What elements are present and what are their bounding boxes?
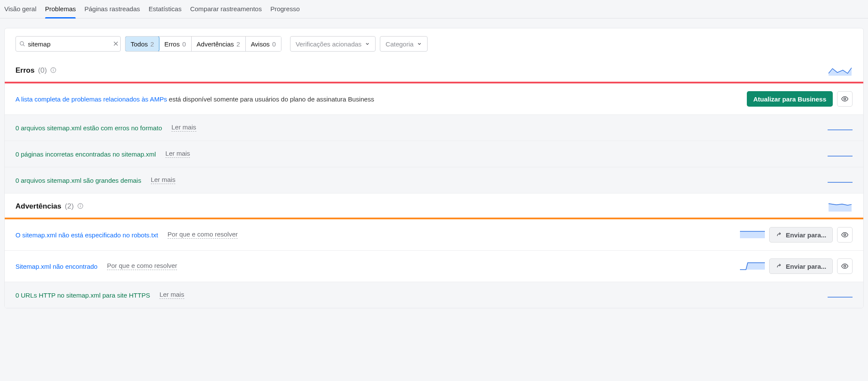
select-triggered-label: Verificações acionadas <box>296 40 361 48</box>
upgrade-business-button[interactable]: Atualizar para Business <box>747 91 833 107</box>
sparkline <box>828 175 853 185</box>
issue-title: 0 arquivos sitemap.xml estão com erros n… <box>15 124 162 132</box>
search-input[interactable] <box>25 37 112 51</box>
sparkline <box>828 149 853 159</box>
row-warning-sitemap-not-in-robots: O sitemap.xml não está especificado no r… <box>5 219 863 251</box>
tab-compare-crawls[interactable]: Comparar rastreamentos <box>190 0 262 18</box>
read-more-link[interactable]: Ler mais <box>159 291 184 299</box>
sparkline <box>740 261 765 271</box>
eye-icon <box>841 231 849 239</box>
severity-filter: Todos 2 Erros 0 Advertências 2 Avisos 0 <box>125 36 281 52</box>
section-errors-sparkline <box>828 65 853 76</box>
sparkline <box>828 123 853 133</box>
svg-point-18 <box>844 234 846 236</box>
amp-issues-link[interactable]: A lista completa de problemas relacionad… <box>15 95 167 103</box>
read-more-link[interactable]: Ler mais <box>165 150 190 158</box>
issues-panel: Todos 2 Erros 0 Advertências 2 Avisos 0 … <box>4 28 864 308</box>
svg-point-0 <box>20 42 24 45</box>
select-category-label: Categoria <box>385 40 413 48</box>
share-arrow-icon <box>776 263 782 270</box>
sparkline <box>828 290 853 300</box>
issue-title: 0 arquivos sitemap.xml são grandes demai… <box>15 177 141 184</box>
row-error-incorrect-pages: 0 páginas incorretas encontradas no site… <box>5 141 863 167</box>
filter-notices-label: Avisos <box>251 40 270 48</box>
tab-overview[interactable]: Visão geral <box>4 0 37 18</box>
hide-issue-button[interactable] <box>837 91 853 107</box>
svg-point-6 <box>53 69 54 69</box>
svg-marker-19 <box>740 263 765 270</box>
issue-title-link[interactable]: O sitemap.xml não está especificado no r… <box>15 231 158 239</box>
read-more-link[interactable]: Ler mais <box>171 124 196 132</box>
read-more-link[interactable]: Ler mais <box>151 176 176 184</box>
filter-errors-label: Erros <box>164 40 180 48</box>
select-triggered-checks[interactable]: Verificações acionadas <box>290 36 376 52</box>
tab-progress[interactable]: Progresso <box>270 0 300 18</box>
filter-errors-count: 0 <box>182 40 186 48</box>
hide-issue-button[interactable] <box>837 258 853 274</box>
filter-warnings-count: 2 <box>236 40 240 48</box>
tab-problems[interactable]: Problemas <box>45 0 76 18</box>
eye-icon <box>841 95 849 103</box>
clear-search-icon[interactable] <box>112 40 119 48</box>
row-warning-http-urls-in-https-sitemap: 0 URLs HTTP no sitemap.xml para site HTT… <box>5 282 863 308</box>
tab-crawled-pages[interactable]: Páginas rastreadas <box>84 0 140 18</box>
search-field-wrap[interactable] <box>15 36 121 52</box>
svg-point-8 <box>844 98 846 100</box>
info-icon[interactable] <box>77 203 83 210</box>
filter-warnings[interactable]: Advertências 2 <box>192 37 246 51</box>
svg-line-1 <box>23 45 25 46</box>
send-to-button[interactable]: Enviar para... <box>769 258 833 274</box>
chevron-down-icon <box>365 41 370 46</box>
filter-warnings-label: Advertências <box>197 40 234 48</box>
issue-title: 0 URLs HTTP no sitemap.xml para site HTT… <box>15 292 150 299</box>
filter-all[interactable]: Todos 2 <box>125 36 159 52</box>
row-error-sitemap-too-large: 0 arquivos sitemap.xml são grandes demai… <box>5 167 863 194</box>
amp-issues-rest: está disponível somente para usuários do… <box>167 95 374 103</box>
row-amp-upsell: A lista completa de problemas relacionad… <box>5 83 863 115</box>
svg-rect-16 <box>740 231 765 238</box>
row-warning-sitemap-not-found: Sitemap.xml não encontrado Por que e com… <box>5 251 863 282</box>
section-header-errors: Erros (0) <box>5 58 863 82</box>
share-arrow-icon <box>776 231 782 238</box>
hide-issue-button[interactable] <box>837 227 853 243</box>
section-header-warnings: Advertências (2) <box>5 194 863 218</box>
filter-notices-count: 0 <box>272 40 276 48</box>
main-tabs: Visão geral Problemas Páginas rastreadas… <box>0 0 868 18</box>
info-icon[interactable] <box>50 67 56 74</box>
section-warnings-sparkline <box>828 201 853 212</box>
eye-icon <box>841 262 849 270</box>
issue-title-link[interactable]: Sitemap.xml não encontrado <box>15 263 98 270</box>
send-to-button[interactable]: Enviar para... <box>769 227 833 243</box>
tab-statistics[interactable]: Estatísticas <box>149 0 182 18</box>
section-title-errors: Erros <box>15 66 34 75</box>
section-count-warnings: (2) <box>65 202 74 211</box>
svg-point-20 <box>844 265 846 267</box>
select-category[interactable]: Categoria <box>380 36 428 52</box>
row-error-sitemap-format: 0 arquivos sitemap.xml estão com erros n… <box>5 115 863 141</box>
filter-notices[interactable]: Avisos 0 <box>246 37 281 51</box>
why-how-link[interactable]: Por que e como resolver <box>107 262 177 270</box>
svg-point-14 <box>80 205 80 205</box>
filter-toolbar: Todos 2 Erros 0 Advertências 2 Avisos 0 … <box>5 28 863 58</box>
search-icon <box>19 41 25 47</box>
send-to-label: Enviar para... <box>786 231 826 239</box>
filter-errors[interactable]: Erros 0 <box>159 37 191 51</box>
send-to-label: Enviar para... <box>786 263 826 270</box>
filter-all-count: 2 <box>150 40 154 48</box>
section-count-errors: (0) <box>38 66 47 75</box>
why-how-link[interactable]: Por que e como resolver <box>168 231 238 239</box>
section-title-warnings: Advertências <box>15 202 61 211</box>
sparkline <box>740 230 765 240</box>
chevron-down-icon <box>417 41 422 46</box>
issue-title: 0 páginas incorretas encontradas no site… <box>15 151 156 158</box>
filter-all-label: Todos <box>131 40 148 48</box>
